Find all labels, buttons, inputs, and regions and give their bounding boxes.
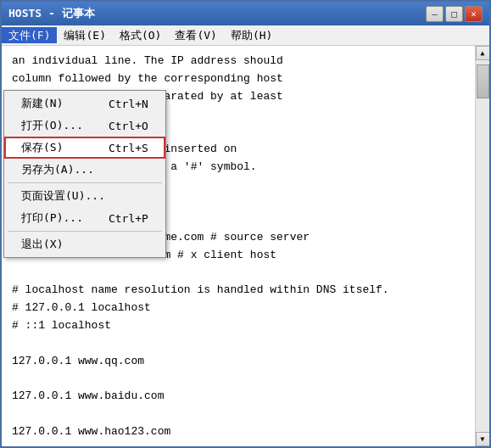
content-area: an individual line. The IP address shoul… xyxy=(2,46,489,446)
menu-new-label: 新建(N) xyxy=(21,96,63,111)
window-controls: — □ ✕ xyxy=(426,6,483,22)
separator-2 xyxy=(8,231,162,232)
menu-open-shortcut: Ctrl+O xyxy=(109,120,148,132)
menu-view[interactable]: 查看(V) xyxy=(168,27,223,43)
scroll-up-button[interactable]: ▲ xyxy=(476,46,490,60)
main-window: HOSTS - 记事本 — □ ✕ 文件(F) 编辑(E) 格式(O) 查看(V… xyxy=(0,0,491,448)
menu-print[interactable]: 打印(P)... Ctrl+P xyxy=(4,207,165,229)
close-button[interactable]: ✕ xyxy=(465,6,483,22)
menu-open[interactable]: 打开(O)... Ctrl+O xyxy=(4,115,165,137)
menu-save-as[interactable]: 另存为(A)... xyxy=(4,159,165,181)
menu-format[interactable]: 格式(O) xyxy=(113,27,168,43)
menu-save-as-label: 另存为(A)... xyxy=(21,162,94,177)
menu-exit[interactable]: 退出(X) xyxy=(4,233,165,255)
menu-save[interactable]: 保存(S) Ctrl+S xyxy=(4,137,165,159)
menu-exit-label: 退出(X) xyxy=(21,237,63,252)
maximize-button[interactable]: □ xyxy=(445,6,463,22)
menu-open-label: 打开(O)... xyxy=(21,118,83,133)
menu-print-shortcut: Ctrl+P xyxy=(109,212,148,225)
scroll-down-button[interactable]: ▼ xyxy=(476,432,490,446)
menu-save-label: 保存(S) xyxy=(21,140,63,155)
separator-1 xyxy=(8,182,162,183)
vertical-scrollbar[interactable]: ▲ ▼ xyxy=(475,46,489,446)
scroll-thumb[interactable] xyxy=(477,64,489,98)
menu-print-label: 打印(P)... xyxy=(21,210,83,226)
title-bar: HOSTS - 记事本 — □ ✕ xyxy=(2,2,489,25)
file-dropdown-overlay: 新建(N) Ctrl+N 打开(O)... Ctrl+O 保存(S) Ctrl+… xyxy=(3,90,166,258)
menu-page-setup-label: 页面设置(U)... xyxy=(21,188,105,204)
minimize-button[interactable]: — xyxy=(426,6,444,22)
menu-file[interactable]: 文件(F) xyxy=(2,27,57,43)
window-title: HOSTS - 记事本 xyxy=(8,6,95,21)
menu-save-shortcut: Ctrl+S xyxy=(109,142,148,154)
menu-help[interactable]: 帮助(H) xyxy=(224,27,279,43)
menu-edit[interactable]: 编辑(E) xyxy=(57,27,112,43)
menu-bar: 文件(F) 编辑(E) 格式(O) 查看(V) 帮助(H) xyxy=(2,25,489,46)
scroll-track[interactable] xyxy=(476,60,489,432)
file-dropdown-menu: 新建(N) Ctrl+N 打开(O)... Ctrl+O 保存(S) Ctrl+… xyxy=(3,90,166,258)
menu-new[interactable]: 新建(N) Ctrl+N xyxy=(4,92,165,115)
menu-new-shortcut: Ctrl+N xyxy=(109,98,148,110)
menu-page-setup[interactable]: 页面设置(U)... xyxy=(4,185,165,207)
